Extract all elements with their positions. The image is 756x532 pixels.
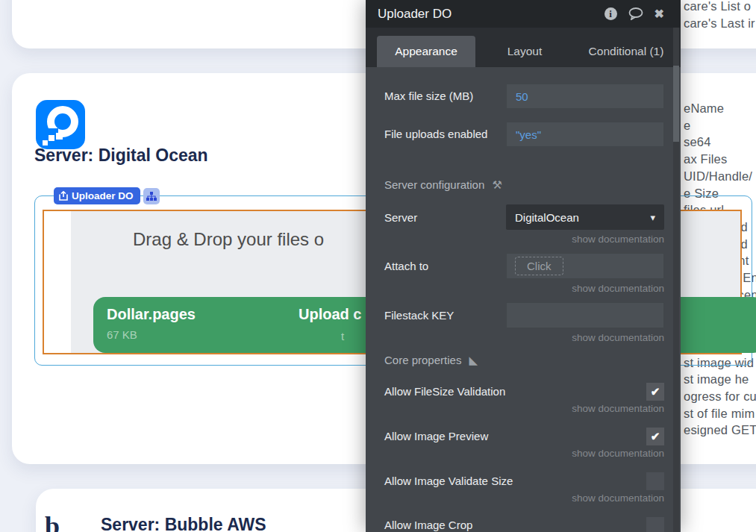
uploader-drop-text: Drag & Drop your files o <box>133 229 324 250</box>
clipped-text-line: se64 <box>684 134 756 151</box>
upload-status-label: Upload c <box>299 306 361 323</box>
panel-title: Uploader DO <box>378 7 605 22</box>
clipped-text-line: e <box>684 117 756 134</box>
field-label-allow-image-crop: Allow Image Crop <box>384 519 472 531</box>
clipped-text-line: UID/Handle/ <box>684 168 756 185</box>
show-documentation-link[interactable]: show documentation <box>572 492 664 504</box>
clipped-text-line: care's Last ir <box>684 15 755 32</box>
show-documentation-link[interactable]: show documentation <box>572 283 664 294</box>
section-server-configuration: Server configuration ⚒ <box>384 178 502 192</box>
allow-image-preview-checkbox[interactable]: ✔ <box>646 428 664 445</box>
field-label-allow-filesize-validation: Allow FileSize Validation <box>384 385 505 398</box>
tab-layout[interactable]: Layout <box>475 36 574 67</box>
allow-image-crop-checkbox[interactable] <box>646 517 664 532</box>
show-documentation-link[interactable]: show documentation <box>572 332 664 343</box>
server-select-value: DigitalOcean <box>515 211 579 224</box>
field-label-allow-image-validate-size: Allow Image Validate Size <box>384 475 513 487</box>
field-label-max-file-size: Max file size (MB) <box>384 90 473 102</box>
property-editor-panel: Uploader DO i ✖ Appearance Layout Condit… <box>366 0 681 532</box>
show-documentation-link[interactable]: show documentation <box>572 234 664 245</box>
attach-to-click-button[interactable]: Click <box>515 257 563 275</box>
close-icon[interactable]: ✖ <box>655 7 664 21</box>
chevron-down-icon: ▾ <box>650 212 655 223</box>
field-label-attach-to: Attach to <box>384 260 428 272</box>
attach-to-input[interactable]: Click <box>506 253 664 279</box>
sitemap-icon <box>146 192 157 201</box>
server-select[interactable]: DigitalOcean ▾ <box>506 204 664 230</box>
bottom-page-title: Server: Bubble AWS <box>101 515 266 532</box>
set-square-icon: ◣ <box>469 354 478 366</box>
field-label-filestack-key: Filestack KEY <box>384 309 454 322</box>
file-uploads-enabled-input[interactable]: "yes" <box>506 122 664 147</box>
digitalocean-logo-icon <box>36 100 85 149</box>
upload-icon <box>59 191 68 201</box>
allow-filesize-validation-checkbox[interactable]: ✔ <box>646 383 664 401</box>
field-label-server: Server <box>384 211 417 224</box>
comment-icon[interactable] <box>628 7 643 20</box>
bubble-logo-icon: b <box>45 510 60 532</box>
uploaded-file-size: 67 KB <box>107 328 137 341</box>
element-badge[interactable]: Uploader DO <box>54 187 140 204</box>
allow-image-validate-size-checkbox[interactable] <box>646 472 664 490</box>
clipped-text-line: care's List o <box>684 0 755 15</box>
section-core-properties: Core properties ◣ <box>384 354 478 367</box>
clipped-text-line: ogress for cu <box>684 388 756 405</box>
field-label-file-uploads-enabled: File uploads enabled <box>384 128 487 140</box>
tab-conditional[interactable]: Conditional (1) <box>574 36 678 67</box>
background-clipped-text: care's List ocare's Last ir <box>684 0 755 31</box>
uploaded-file-name: Dollar.pages <box>107 306 196 323</box>
tools-icon: ⚒ <box>492 178 502 191</box>
clipped-text-line: st of file mim <box>684 405 756 422</box>
info-icon[interactable]: i <box>605 7 617 20</box>
max-file-size-input[interactable]: 50 <box>506 84 664 109</box>
page-title: Server: Digital Ocean <box>34 145 208 166</box>
clipped-text-line: ax Files <box>684 151 756 168</box>
panel-tab-bar: Appearance Layout Conditional (1) <box>366 28 681 67</box>
clipped-text-line: eName <box>684 100 756 117</box>
element-tree-button[interactable] <box>143 188 160 204</box>
upload-status-sublabel: t <box>341 330 344 342</box>
panel-header[interactable]: Uploader DO i ✖ <box>366 0 681 28</box>
panel-scrollbar[interactable] <box>673 28 679 532</box>
filestack-key-input[interactable] <box>506 302 664 328</box>
panel-scrollbar-thumb[interactable] <box>673 66 679 142</box>
field-label-allow-image-preview: Allow Image Preview <box>384 430 488 442</box>
clipped-text-line: st image he <box>684 371 756 388</box>
clipped-text-line: esigned GET <box>684 422 756 439</box>
app-root: care's List ocare's Last ir eNameese64ax… <box>0 0 756 532</box>
show-documentation-link[interactable]: show documentation <box>572 403 664 414</box>
show-documentation-link[interactable]: show documentation <box>572 448 664 459</box>
element-badge-label: Uploader DO <box>72 190 134 201</box>
tab-appearance[interactable]: Appearance <box>377 36 475 67</box>
